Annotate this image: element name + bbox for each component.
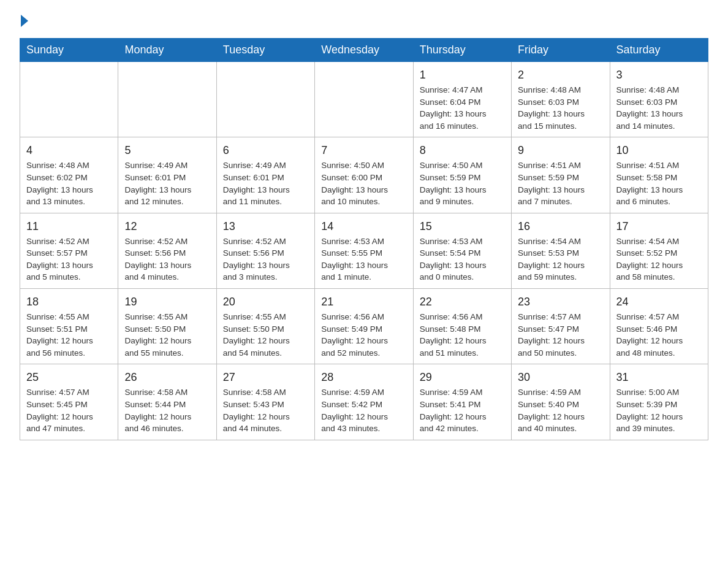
calendar-cell: 15Sunrise: 4:53 AM Sunset: 5:54 PM Dayli… [413, 213, 511, 288]
day-info: Sunrise: 4:54 AM Sunset: 5:53 PM Dayligh… [518, 236, 603, 283]
calendar-cell: 10Sunrise: 4:51 AM Sunset: 5:58 PM Dayli… [610, 137, 708, 213]
logo-arrow-icon [21, 15, 28, 27]
day-info: Sunrise: 4:49 AM Sunset: 6:01 PM Dayligh… [124, 159, 210, 207]
day-number: 11 [26, 218, 112, 234]
day-number: 28 [321, 369, 406, 385]
day-info: Sunrise: 4:56 AM Sunset: 5:48 PM Dayligh… [420, 311, 505, 359]
logo: Blue [20, 15, 28, 27]
calendar-cell [216, 62, 314, 137]
calendar-header: SundayMondayTuesdayWednesdayThursdayFrid… [20, 39, 708, 62]
day-info: Sunrise: 4:57 AM Sunset: 5:47 PM Dayligh… [518, 311, 603, 359]
day-info: Sunrise: 4:56 AM Sunset: 5:49 PM Dayligh… [321, 311, 406, 359]
calendar-cell: 13Sunrise: 4:52 AM Sunset: 5:56 PM Dayli… [216, 213, 314, 288]
day-number: 16 [518, 218, 603, 234]
calendar-cell: 4Sunrise: 4:48 AM Sunset: 6:02 PM Daylig… [20, 137, 118, 213]
day-number: 14 [321, 218, 406, 234]
calendar-cell: 3Sunrise: 4:48 AM Sunset: 6:03 PM Daylig… [610, 62, 708, 137]
day-info: Sunrise: 4:55 AM Sunset: 5:50 PM Dayligh… [124, 311, 210, 359]
day-number: 18 [26, 294, 112, 310]
day-info: Sunrise: 4:51 AM Sunset: 5:59 PM Dayligh… [518, 159, 603, 207]
day-number: 8 [420, 142, 505, 158]
calendar-week-4: 18Sunrise: 4:55 AM Sunset: 5:51 PM Dayli… [20, 289, 708, 364]
day-info: Sunrise: 4:47 AM Sunset: 6:04 PM Dayligh… [420, 84, 505, 132]
day-info: Sunrise: 4:55 AM Sunset: 5:51 PM Dayligh… [26, 311, 112, 359]
day-number: 21 [321, 294, 406, 310]
day-info: Sunrise: 4:50 AM Sunset: 6:00 PM Dayligh… [321, 159, 406, 207]
calendar-cell: 19Sunrise: 4:55 AM Sunset: 5:50 PM Dayli… [118, 289, 216, 364]
day-info: Sunrise: 4:51 AM Sunset: 5:58 PM Dayligh… [616, 159, 702, 207]
day-info: Sunrise: 4:57 AM Sunset: 5:45 PM Dayligh… [26, 386, 112, 434]
day-number: 15 [420, 218, 505, 234]
calendar-cell: 31Sunrise: 5:00 AM Sunset: 5:39 PM Dayli… [610, 364, 708, 440]
weekday-header-tuesday: Tuesday [216, 39, 314, 62]
weekday-header-thursday: Thursday [413, 39, 511, 62]
calendar-week-2: 4Sunrise: 4:48 AM Sunset: 6:02 PM Daylig… [20, 137, 708, 213]
day-number: 22 [420, 294, 505, 310]
calendar-cell: 30Sunrise: 4:59 AM Sunset: 5:40 PM Dayli… [512, 364, 610, 440]
calendar-cell: 22Sunrise: 4:56 AM Sunset: 5:48 PM Dayli… [413, 289, 511, 364]
calendar-cell: 14Sunrise: 4:53 AM Sunset: 5:55 PM Dayli… [315, 213, 413, 288]
calendar-table: SundayMondayTuesdayWednesdayThursdayFrid… [20, 38, 708, 440]
weekday-header-wednesday: Wednesday [315, 39, 413, 62]
day-info: Sunrise: 4:52 AM Sunset: 5:57 PM Dayligh… [26, 236, 112, 283]
day-info: Sunrise: 4:57 AM Sunset: 5:46 PM Dayligh… [616, 311, 702, 359]
day-info: Sunrise: 5:00 AM Sunset: 5:39 PM Dayligh… [616, 386, 702, 434]
calendar-cell: 12Sunrise: 4:52 AM Sunset: 5:56 PM Dayli… [118, 213, 216, 288]
day-info: Sunrise: 4:52 AM Sunset: 5:56 PM Dayligh… [124, 236, 210, 283]
calendar-cell: 21Sunrise: 4:56 AM Sunset: 5:49 PM Dayli… [315, 289, 413, 364]
calendar-cell: 20Sunrise: 4:55 AM Sunset: 5:50 PM Dayli… [216, 289, 314, 364]
day-info: Sunrise: 4:54 AM Sunset: 5:52 PM Dayligh… [616, 236, 702, 283]
day-number: 27 [223, 369, 308, 385]
day-number: 2 [518, 67, 603, 83]
calendar-cell: 6Sunrise: 4:49 AM Sunset: 6:01 PM Daylig… [216, 137, 314, 213]
day-number: 23 [518, 294, 603, 310]
logo-text [20, 15, 28, 27]
day-info: Sunrise: 4:59 AM Sunset: 5:42 PM Dayligh… [321, 386, 406, 434]
calendar-cell: 24Sunrise: 4:57 AM Sunset: 5:46 PM Dayli… [610, 289, 708, 364]
calendar-cell [315, 62, 413, 137]
weekday-header-saturday: Saturday [610, 39, 708, 62]
calendar-cell: 5Sunrise: 4:49 AM Sunset: 6:01 PM Daylig… [118, 137, 216, 213]
day-info: Sunrise: 4:48 AM Sunset: 6:03 PM Dayligh… [518, 84, 603, 132]
calendar-cell [20, 62, 118, 137]
calendar-cell: 1Sunrise: 4:47 AM Sunset: 6:04 PM Daylig… [413, 62, 511, 137]
day-number: 20 [223, 294, 308, 310]
day-number: 5 [124, 142, 210, 158]
day-number: 13 [223, 218, 308, 234]
weekday-header-monday: Monday [118, 39, 216, 62]
day-info: Sunrise: 4:52 AM Sunset: 5:56 PM Dayligh… [223, 236, 308, 283]
day-number: 31 [616, 369, 702, 385]
calendar-cell: 27Sunrise: 4:58 AM Sunset: 5:43 PM Dayli… [216, 364, 314, 440]
day-number: 26 [124, 369, 210, 385]
calendar-cell: 2Sunrise: 4:48 AM Sunset: 6:03 PM Daylig… [512, 62, 610, 137]
day-number: 12 [124, 218, 210, 234]
weekday-header-friday: Friday [512, 39, 610, 62]
day-number: 25 [26, 369, 112, 385]
day-number: 17 [616, 218, 702, 234]
day-info: Sunrise: 4:53 AM Sunset: 5:54 PM Dayligh… [420, 236, 505, 283]
day-info: Sunrise: 4:55 AM Sunset: 5:50 PM Dayligh… [223, 311, 308, 359]
day-number: 3 [616, 67, 702, 83]
calendar-cell: 16Sunrise: 4:54 AM Sunset: 5:53 PM Dayli… [512, 213, 610, 288]
weekday-header-row: SundayMondayTuesdayWednesdayThursdayFrid… [20, 39, 708, 62]
day-info: Sunrise: 4:49 AM Sunset: 6:01 PM Dayligh… [223, 159, 308, 207]
day-number: 6 [223, 142, 308, 158]
calendar-cell: 17Sunrise: 4:54 AM Sunset: 5:52 PM Dayli… [610, 213, 708, 288]
day-info: Sunrise: 4:58 AM Sunset: 5:44 PM Dayligh… [124, 386, 210, 434]
day-info: Sunrise: 4:58 AM Sunset: 5:43 PM Dayligh… [223, 386, 308, 434]
day-number: 9 [518, 142, 603, 158]
calendar-week-1: 1Sunrise: 4:47 AM Sunset: 6:04 PM Daylig… [20, 62, 708, 137]
day-info: Sunrise: 4:59 AM Sunset: 5:40 PM Dayligh… [518, 386, 603, 434]
calendar-cell: 7Sunrise: 4:50 AM Sunset: 6:00 PM Daylig… [315, 137, 413, 213]
calendar-cell: 25Sunrise: 4:57 AM Sunset: 5:45 PM Dayli… [20, 364, 118, 440]
calendar-cell: 28Sunrise: 4:59 AM Sunset: 5:42 PM Dayli… [315, 364, 413, 440]
day-number: 24 [616, 294, 702, 310]
weekday-header-sunday: Sunday [20, 39, 118, 62]
calendar-cell: 23Sunrise: 4:57 AM Sunset: 5:47 PM Dayli… [512, 289, 610, 364]
day-number: 30 [518, 369, 603, 385]
calendar-cell: 9Sunrise: 4:51 AM Sunset: 5:59 PM Daylig… [512, 137, 610, 213]
calendar-week-5: 25Sunrise: 4:57 AM Sunset: 5:45 PM Dayli… [20, 364, 708, 440]
day-info: Sunrise: 4:48 AM Sunset: 6:03 PM Dayligh… [616, 84, 702, 132]
calendar-cell: 8Sunrise: 4:50 AM Sunset: 5:59 PM Daylig… [413, 137, 511, 213]
day-number: 10 [616, 142, 702, 158]
